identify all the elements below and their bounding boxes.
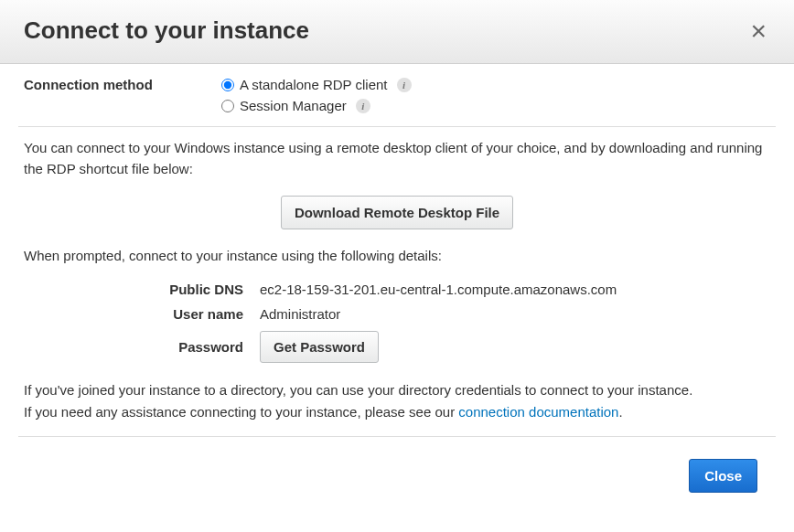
connection-method-options: A standalone RDP client i Session Manage… [221, 77, 412, 113]
get-password-button[interactable]: Get Password [260, 331, 379, 363]
assistance-prefix: If you need any assistance connecting to… [24, 404, 458, 420]
intro-text: You can connect to your Windows instance… [18, 127, 776, 192]
assistance-suffix: . [618, 404, 622, 420]
connection-documentation-link[interactable]: connection documentation [458, 404, 618, 420]
connection-method-label: Connection method [24, 77, 221, 113]
modal-body: Connection method A standalone RDP clien… [0, 64, 794, 532]
modal-footer: Close [18, 437, 776, 507]
connect-instance-modal: Connect to your instance × Connection me… [0, 0, 794, 532]
user-name-label: User name [24, 306, 243, 322]
public-dns-label: Public DNS [24, 282, 243, 297]
password-value: Get Password [260, 331, 770, 363]
info-icon[interactable]: i [356, 99, 370, 113]
prompt-text: When prompted, connect to your instance … [18, 246, 776, 276]
download-row: Download Remote Desktop File [18, 192, 776, 246]
connection-method-section: Connection method A standalone RDP clien… [18, 77, 776, 127]
directory-hint: If you've joined your instance to a dire… [24, 379, 770, 401]
radio-session-manager-label: Session Manager [240, 98, 347, 113]
public-dns-value: ec2-18-159-31-201.eu-central-1.compute.a… [260, 282, 770, 297]
radio-rdp-input[interactable] [221, 79, 234, 91]
close-button[interactable]: Close [689, 459, 757, 493]
user-name-value: Administrator [260, 306, 770, 322]
connection-details: Public DNS ec2-18-159-31-201.eu-central-… [18, 276, 776, 374]
close-icon[interactable]: × [746, 17, 770, 45]
assistance-line: If you need any assistance connecting to… [24, 401, 770, 423]
info-icon[interactable]: i [397, 78, 412, 92]
modal-header: Connect to your instance × [0, 0, 794, 64]
help-text: If you've joined your instance to a dire… [18, 374, 776, 437]
radio-option-session-manager[interactable]: Session Manager i [221, 98, 412, 113]
radio-option-rdp[interactable]: A standalone RDP client i [221, 77, 412, 92]
radio-session-manager-input[interactable] [221, 100, 234, 112]
password-label: Password [24, 339, 243, 355]
radio-rdp-label: A standalone RDP client [240, 77, 388, 92]
modal-title: Connect to your instance [24, 16, 309, 45]
download-rdp-button[interactable]: Download Remote Desktop File [281, 196, 513, 229]
